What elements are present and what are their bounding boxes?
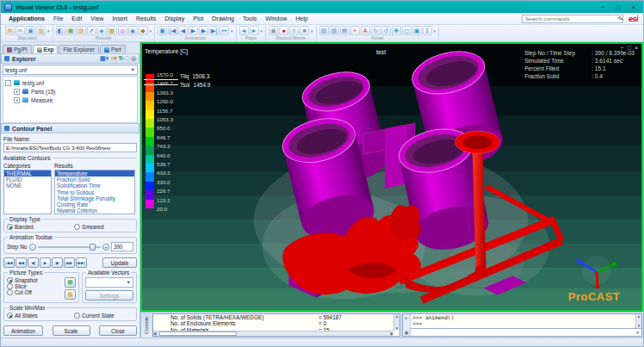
refresh-icon[interactable]: ↻	[119, 55, 124, 62]
copy-icon[interactable]: ▣	[26, 26, 35, 35]
command-input-row[interactable]: ▼	[411, 328, 641, 336]
anchor-view-icon[interactable]: ↧	[423, 26, 432, 35]
tree-item-root[interactable]: - testg.unf	[5, 78, 135, 87]
category-item[interactable]: NONE	[4, 183, 51, 189]
vector-plot-icon[interactable]: ↗	[87, 26, 96, 35]
console-tab[interactable]: Console	[140, 313, 152, 338]
xy-plot-icon[interactable]: ◉	[128, 26, 138, 35]
console-output-pane[interactable]: No. of Solids (TETRA/HEXA/WEDGE)= 594187…	[152, 313, 400, 337]
step-no-field[interactable]	[111, 242, 133, 251]
rotate-ccw-icon[interactable]: ↺	[381, 26, 391, 35]
group-overflow-icon[interactable]: ▾	[434, 28, 437, 34]
run-icon[interactable]: ▸	[406, 315, 408, 320]
tree-item-parts[interactable]: + Parts (15)	[14, 87, 135, 96]
transport-button[interactable]: ◀|	[28, 257, 39, 268]
tree-item-measure[interactable]: + Measure	[14, 96, 135, 104]
command-scrollbar[interactable]: ▲▼	[635, 314, 641, 328]
view-mode-icon[interactable]: ▦▾	[100, 55, 108, 62]
close-button[interactable]: ×	[628, 3, 640, 11]
probe-icon[interactable]: ◎	[118, 26, 127, 35]
search-box[interactable]	[522, 15, 623, 23]
menu-item[interactable]: Plot	[189, 15, 207, 22]
result-item[interactable]: Cooling Rate	[55, 201, 134, 208]
command-input[interactable]	[411, 329, 634, 336]
result-tools-icon[interactable]: ◆	[139, 26, 148, 35]
record-icon[interactable]: ●	[279, 26, 288, 35]
category-item[interactable]: FLUID	[4, 177, 51, 183]
camera-icon[interactable]: ▣	[269, 26, 278, 35]
step-back-icon[interactable]: ◀	[178, 26, 188, 35]
transport-button[interactable]: ▶	[40, 257, 51, 268]
close-panel-button[interactable]: Close	[99, 325, 137, 336]
fit-view-icon[interactable]: ▣	[412, 26, 422, 35]
cutoff-settings-button[interactable]: ▩	[65, 289, 76, 300]
open-icon[interactable]: ▤	[5, 26, 15, 35]
previous-page-icon[interactable]: ◄	[239, 26, 249, 35]
result-item[interactable]: Solidification Time	[55, 183, 134, 189]
file-name-field[interactable]	[3, 143, 137, 152]
menu-item[interactable]: Tools	[238, 15, 261, 22]
slice-settings-button[interactable]: ▦	[65, 277, 76, 288]
horizontal-scrollbar[interactable]: ◀▶	[153, 331, 393, 336]
radio-snapshot[interactable]: Snapshot	[7, 277, 65, 283]
step-plus-button[interactable]: +	[102, 244, 109, 251]
sort-icon[interactable]: ≡▾	[110, 55, 117, 62]
category-item[interactable]: THERMAL	[4, 170, 51, 177]
radio-cutoff[interactable]: Cut Off	[7, 289, 65, 295]
load-results-icon[interactable]: ◧	[56, 26, 65, 35]
menu-item[interactable]: Applications	[4, 15, 49, 22]
vertical-scrollbar[interactable]: ▲▼	[393, 314, 399, 331]
banded-contour-icon[interactable]: ▥	[77, 26, 86, 35]
group-overflow-icon[interactable]: ▾	[231, 28, 233, 34]
last-frame-icon[interactable]: ▶|	[209, 26, 219, 35]
section-cut-icon[interactable]: ▩	[108, 26, 117, 35]
transport-button[interactable]: |▶	[52, 257, 63, 268]
annotation-icon[interactable]: A	[361, 26, 370, 35]
pan-icon[interactable]: ✥	[392, 26, 401, 35]
update-button[interactable]: Update	[102, 257, 137, 268]
page-setup-icon[interactable]: ▧	[319, 26, 329, 35]
transport-button[interactable]: ◀◀	[15, 257, 27, 268]
result-item[interactable]: Niyama Criterion	[55, 208, 134, 214]
radio-current-state[interactable]: Current State	[74, 313, 114, 319]
mdi-close-button[interactable]: ×	[635, 45, 638, 51]
group-overflow-icon[interactable]: ▾	[150, 28, 152, 34]
group-overflow-icon[interactable]: ▾	[261, 28, 263, 34]
menu-item[interactable]: Window	[261, 15, 291, 22]
scale-button[interactable]: Scale	[53, 325, 90, 336]
options-icon[interactable]: ◎	[131, 55, 136, 62]
tab-part[interactable]: Part	[100, 45, 126, 53]
play-icon[interactable]: ▶	[189, 26, 198, 35]
transport-button[interactable]: ▶▶	[64, 257, 75, 268]
command-pane[interactable]: ▸▣ >>> animend()>>> ▲▼ ▼	[402, 313, 642, 337]
contour-icon[interactable]: ▦	[66, 26, 76, 35]
transport-button[interactable]: |◀◀	[3, 257, 15, 268]
cut-icon[interactable]: ✂	[15, 26, 25, 35]
tab-file-explorer[interactable]: File Explorer	[59, 45, 98, 53]
radio-banded[interactable]: Banded	[7, 224, 74, 230]
triad-icon[interactable]: +	[350, 26, 360, 35]
chevron-down-icon[interactable]: ▼	[634, 330, 641, 335]
animation-setup-icon[interactable]: ▣	[158, 26, 167, 35]
window-layout-icon[interactable]: ▨	[330, 26, 339, 35]
tile-windows-icon[interactable]: ▤	[340, 26, 350, 35]
group-overflow-icon[interactable]: ▾	[47, 28, 50, 34]
viewport-3d[interactable]: test − □ × Temperature [C] 1570.01466.71…	[140, 42, 643, 312]
radio-smeared[interactable]: Smeared	[74, 224, 104, 230]
result-item[interactable]: Time to Solidus	[55, 189, 134, 195]
menu-item[interactable]: File	[49, 15, 67, 22]
result-item[interactable]: Fraction Solid	[55, 177, 134, 183]
maximize-button[interactable]: □	[612, 3, 624, 11]
result-item[interactable]: Temperature	[55, 170, 134, 177]
vectors-combo[interactable]: ▼	[85, 277, 133, 288]
new-view-icon[interactable]: □	[126, 55, 129, 62]
step-minus-button[interactable]: -	[29, 244, 36, 251]
export-animation-icon[interactable]: ↦	[220, 26, 229, 35]
menu-item[interactable]: View	[86, 15, 108, 22]
search-input[interactable]	[522, 15, 623, 23]
menu-item[interactable]: Edit	[67, 15, 86, 22]
result-item[interactable]: Temperature at Fill Time	[55, 214, 134, 214]
paste-icon[interactable]: ▥	[36, 26, 46, 35]
next-page-icon[interactable]: ►	[250, 26, 259, 35]
expand-icon[interactable]: +	[14, 97, 20, 103]
